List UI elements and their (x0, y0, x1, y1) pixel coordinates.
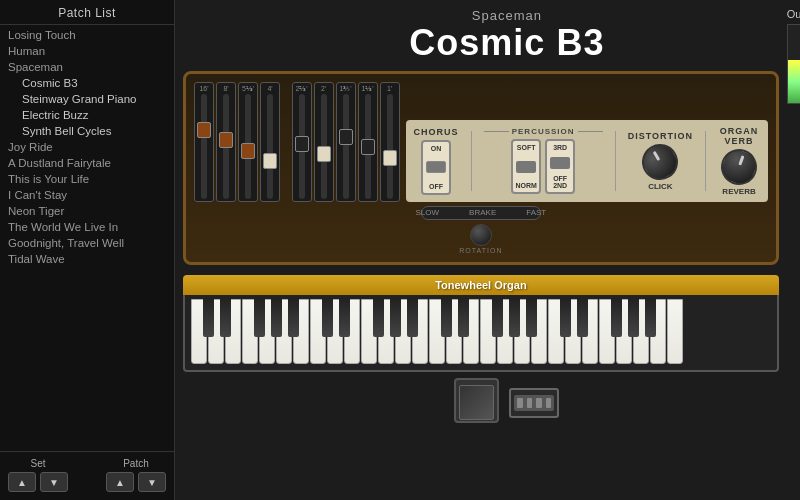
black-key[interactable] (407, 299, 418, 337)
drawbar-6[interactable]: 1⅗' (336, 82, 356, 202)
drawbar-4[interactable]: 2⅔' (292, 82, 312, 202)
drawbar-7[interactable]: 1⅓' (358, 82, 378, 202)
patch-item-this-is-your-life[interactable]: This is Your Life (0, 171, 174, 187)
patch-item-joy-ride[interactable]: Joy Ride (0, 139, 174, 155)
black-key[interactable] (560, 299, 571, 337)
organ-body: 16'8'5⅓'4' 2⅔'2'1⅗'1⅓'1' CHORUS ON OFF (183, 71, 779, 265)
organ-verb-label: ORGAN VERB (718, 126, 760, 146)
black-key[interactable] (526, 299, 537, 337)
drawbar-label-5: 2' (321, 85, 326, 92)
patch-item-neon-tiger[interactable]: Neon Tiger (0, 203, 174, 219)
set-down-button[interactable]: ▼ (40, 472, 68, 492)
black-key[interactable] (611, 299, 622, 337)
chorus-handle (426, 161, 446, 173)
drawbar-track-4[interactable] (299, 94, 305, 199)
drawbar-handle-0[interactable] (197, 122, 211, 138)
drawbar-handle-3[interactable] (263, 153, 277, 169)
white-key[interactable] (667, 299, 683, 364)
drawbar-label-2: 5⅓' (242, 85, 254, 92)
black-key[interactable] (458, 299, 469, 337)
sustain-bar-4 (546, 398, 552, 408)
patch-item-dustland[interactable]: A Dustland Fairytale (0, 155, 174, 171)
black-key[interactable] (271, 299, 282, 337)
chorus-on-label: ON (431, 145, 442, 152)
patch-item-spaceman-group[interactable]: Spaceman (0, 59, 174, 75)
black-key[interactable] (220, 299, 231, 337)
drawbar-handle-1[interactable] (219, 132, 233, 148)
black-key[interactable] (441, 299, 452, 337)
drawbar-track-1[interactable] (223, 94, 229, 199)
chorus-toggle[interactable]: ON OFF (421, 140, 451, 195)
perc-norm-label: NORM (515, 182, 536, 189)
patch-down-button[interactable]: ▼ (138, 472, 166, 492)
organ-verb-control: ORGAN VERB REVERB (718, 126, 760, 196)
drawbar-3[interactable]: 4' (260, 82, 280, 202)
black-key[interactable] (203, 299, 214, 337)
drawbar-handle-4[interactable] (295, 136, 309, 152)
patch-item-human[interactable]: Human (0, 43, 174, 59)
rotation-label: ROTATION (459, 247, 502, 254)
drawbar-label-0: 16' (199, 85, 208, 92)
rotation-bar[interactable]: SLOW BRAKE FAST (421, 206, 541, 220)
keyboard-container (183, 295, 779, 372)
patch-item-goodnight[interactable]: Goodnight, Travel Well (0, 235, 174, 251)
rotation-knob[interactable] (470, 224, 492, 246)
black-key[interactable] (373, 299, 384, 337)
black-key[interactable] (339, 299, 350, 337)
black-key[interactable] (288, 299, 299, 337)
patch-controls: Patch ▲ ▼ (106, 458, 166, 492)
separator-3 (705, 131, 706, 191)
drawbar-track-6[interactable] (343, 94, 349, 199)
drawbar-track-2[interactable] (245, 94, 251, 199)
black-key[interactable] (492, 299, 503, 337)
drawbar-5[interactable]: 2' (314, 82, 334, 202)
controls-section: CHORUS ON OFF PERCUSSION (406, 120, 768, 202)
patch-item-i-cant-stay[interactable]: I Can't Stay (0, 187, 174, 203)
black-key[interactable] (628, 299, 639, 337)
drawbar-track-5[interactable] (321, 94, 327, 199)
black-key[interactable] (322, 299, 333, 337)
main-area: Output Spaceman Cosmic B3 16'8'5⅓'4' 2⅔'… (175, 0, 800, 500)
reverb-knob-container: REVERB (721, 149, 757, 196)
perc-3rd-toggle[interactable]: 3RD OFF 2ND (545, 139, 575, 194)
keyboard-label: Tonewheel Organ (435, 279, 526, 291)
drawbar-handle-6[interactable] (339, 129, 353, 145)
drawbar-1[interactable]: 8' (216, 82, 236, 202)
drawbar-label-8: 1' (387, 85, 392, 92)
expression-pedal[interactable] (454, 378, 499, 423)
drawbar-handle-8[interactable] (383, 150, 397, 166)
patch-item-synth-bell[interactable]: Synth Bell Cycles (0, 123, 174, 139)
instrument-name: Spaceman (175, 8, 800, 23)
black-key[interactable] (509, 299, 520, 337)
sustain-pedal[interactable] (509, 388, 559, 418)
patch-item-electric-buzz[interactable]: Electric Buzz (0, 107, 174, 123)
black-key[interactable] (645, 299, 656, 337)
drawbar-2[interactable]: 5⅓' (238, 82, 258, 202)
patch-item-cosmic-b3[interactable]: Cosmic B3 (0, 75, 174, 91)
patch-item-tidal-wave[interactable]: Tidal Wave (0, 251, 174, 267)
patch-item-steinway[interactable]: Steinway Grand Piano (0, 91, 174, 107)
set-up-button[interactable]: ▲ (8, 472, 36, 492)
black-key[interactable] (254, 299, 265, 337)
drawbar-track-3[interactable] (267, 94, 273, 199)
drawbar-track-0[interactable] (201, 94, 207, 199)
drawbar-track-7[interactable] (365, 94, 371, 199)
patch-item-the-world[interactable]: The World We Live In (0, 219, 174, 235)
distortion-knob[interactable] (636, 137, 685, 186)
drawbar-track-8[interactable] (387, 94, 393, 199)
patch-up-button[interactable]: ▲ (106, 472, 134, 492)
drawbar-8[interactable]: 1' (380, 82, 400, 202)
perc-soft-toggle[interactable]: SOFT NORM (511, 139, 541, 194)
patch-item-losing-touch[interactable]: Losing Touch (0, 27, 174, 43)
sidebar-footer: Set ▲ ▼ Patch ▲ ▼ (0, 451, 174, 500)
perc-off-label: OFF 2ND (553, 175, 567, 189)
drawbar-handle-7[interactable] (361, 139, 375, 155)
chorus-off-label: OFF (429, 183, 443, 190)
output-panel: Output (776, 8, 800, 104)
black-key[interactable] (577, 299, 588, 337)
reverb-knob[interactable] (716, 144, 762, 190)
black-key[interactable] (390, 299, 401, 337)
drawbar-handle-5[interactable] (317, 146, 331, 162)
drawbar-0[interactable]: 16' (194, 82, 214, 202)
drawbar-handle-2[interactable] (241, 143, 255, 159)
